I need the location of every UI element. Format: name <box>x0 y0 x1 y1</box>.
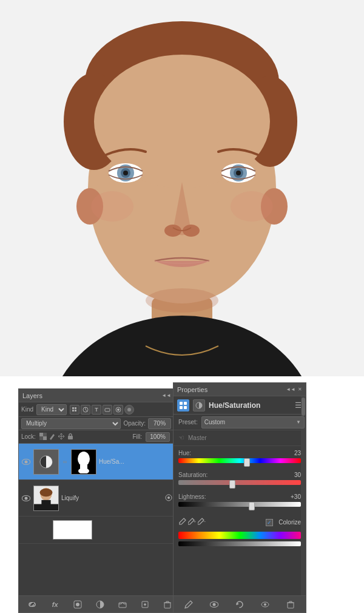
kind-label: Kind <box>21 406 33 413</box>
properties-collapse-icon[interactable]: ◄◄ <box>286 387 295 392</box>
preset-label: Preset: <box>178 419 198 425</box>
saturation-value: 30 <box>294 472 301 478</box>
properties-panel: Properties ◄◄ ✕ Hue/Saturation ☰ Preset: <box>173 382 306 613</box>
pixel-filter-icon[interactable] <box>70 405 79 415</box>
shape-filter-icon[interactable] <box>103 405 112 415</box>
props-icon-row: Hue/Saturation ☰ <box>174 396 306 415</box>
type-filter-icon[interactable]: T <box>92 405 101 415</box>
layer-visibility-huesat[interactable] <box>21 457 31 467</box>
grid-view-button[interactable] <box>177 399 189 411</box>
fill-input[interactable] <box>146 432 170 442</box>
delete-layer-button[interactable] <box>162 599 173 610</box>
hue-slider-row: Hue: 23 <box>178 450 301 467</box>
eyedropper-icon[interactable] <box>178 518 186 527</box>
photo-background <box>0 0 364 376</box>
svg-rect-34 <box>39 433 43 436</box>
opacity-input[interactable] <box>148 418 171 429</box>
svg-rect-28 <box>75 410 76 411</box>
filter-icons: T <box>70 405 134 415</box>
eye-bottom-button[interactable] <box>209 599 220 610</box>
properties-bottom-bar <box>174 595 306 612</box>
svg-rect-72 <box>288 603 294 608</box>
svg-marker-69 <box>237 603 239 605</box>
svg-rect-60 <box>180 402 183 405</box>
layer-item-liquify[interactable]: Liquify ▲ <box>19 480 181 516</box>
lock-brush-icon[interactable] <box>49 433 56 441</box>
preset-row: Preset: Custom Default Cyanotype ▼ <box>174 415 306 430</box>
saturation-slider-track[interactable] <box>178 480 301 489</box>
mode-filter-icon[interactable] <box>124 405 134 415</box>
sliders-section: Hue: 23 Saturation: 30 <box>174 446 306 510</box>
eyedropper-plus-icon[interactable]: + <box>188 518 196 527</box>
layer-thumb-adjustment <box>33 449 59 475</box>
colorize-tools: + − <box>178 518 206 527</box>
svg-point-23 <box>231 191 273 222</box>
adjustment-filter-icon[interactable] <box>81 405 90 415</box>
svg-point-46 <box>40 488 53 496</box>
blend-mode-dropdown[interactable]: Multiply <box>21 418 121 429</box>
gray-color-bar <box>178 541 301 546</box>
eyedropper-bottom-button[interactable] <box>183 599 194 610</box>
svg-point-14 <box>123 171 128 175</box>
lock-lock-icon[interactable] <box>67 433 74 441</box>
svg-point-22 <box>91 191 133 222</box>
lock-row: Lock: Fill: ▼ <box>19 430 181 444</box>
fx-label: fx <box>52 601 58 608</box>
layers-collapse-icon[interactable]: ◄◄ <box>161 393 171 398</box>
group-button[interactable] <box>117 599 128 610</box>
saturation-slider-gradient <box>178 480 301 485</box>
channel-input[interactable] <box>188 435 237 441</box>
svg-point-68 <box>186 606 187 608</box>
reset-bottom-button[interactable] <box>234 599 245 610</box>
preset-dropdown[interactable]: Custom Default Cyanotype <box>201 416 305 428</box>
layer-name-huesat: Hue/Sa... <box>99 458 179 465</box>
link-layers-button[interactable] <box>27 599 38 610</box>
lock-checkerboard-icon[interactable] <box>39 433 47 441</box>
svg-rect-62 <box>180 406 183 409</box>
layer-item-huesat[interactable]: ∞ Hue/Sa... <box>19 444 181 480</box>
lightness-slider-gradient <box>178 502 301 507</box>
new-layer-button[interactable] <box>140 599 150 610</box>
half-circle-view-button[interactable] <box>193 399 205 411</box>
svg-rect-48 <box>34 504 58 510</box>
svg-point-52 <box>76 603 79 606</box>
fx-button[interactable]: fx <box>50 599 61 610</box>
delete-bottom-button[interactable] <box>285 599 296 610</box>
svg-rect-26 <box>75 407 76 409</box>
layer-visibility-liquify[interactable] <box>21 493 31 503</box>
hue-value: 23 <box>294 450 301 456</box>
lock-move-icon[interactable] <box>58 433 65 441</box>
svg-rect-30 <box>105 408 110 411</box>
layers-bottom-bar: fx <box>19 595 181 612</box>
svg-rect-25 <box>72 407 74 409</box>
lightness-label-row: Lightness: +30 <box>178 493 301 500</box>
lightness-slider-row: Lightness: +30 <box>178 493 301 510</box>
smart-filter-icon[interactable] <box>113 405 123 415</box>
lightness-slider-track[interactable] <box>178 502 301 510</box>
add-mask-button[interactable] <box>72 599 83 610</box>
properties-panel-header: Properties ◄◄ ✕ <box>174 383 306 396</box>
colorize-checkbox[interactable] <box>266 519 273 526</box>
properties-panel-title: Properties <box>177 386 207 393</box>
properties-close-icon[interactable]: ✕ <box>298 387 302 392</box>
layer-thumb-photo <box>33 486 59 511</box>
layers-panel-header: Layers ◄◄ ✕ <box>19 389 181 402</box>
photo-canvas <box>0 0 364 376</box>
adjustment-button[interactable] <box>95 599 106 610</box>
panels-container: Layers ◄◄ ✕ Kind Kind T <box>0 373 364 613</box>
hue-slider-track[interactable] <box>178 458 301 467</box>
smart-object-badge-icon <box>165 494 172 503</box>
channel-hand-icon[interactable]: ☜ <box>178 434 184 442</box>
lock-label: Lock: <box>21 433 36 440</box>
svg-rect-27 <box>72 410 74 411</box>
eyedropper-minus-icon[interactable]: − <box>198 518 206 527</box>
kind-dropdown[interactable]: Kind <box>36 404 67 415</box>
opacity-label: Opacity: <box>123 420 146 427</box>
visibility-bottom-button[interactable] <box>260 599 271 610</box>
svg-text:+: + <box>194 520 196 524</box>
hue-color-bar <box>178 532 301 539</box>
svg-text:−: − <box>203 520 206 524</box>
layer-white-block[interactable] <box>19 516 181 544</box>
layer-link-icon[interactable]: ∞ <box>61 459 69 465</box>
svg-point-33 <box>127 408 131 411</box>
